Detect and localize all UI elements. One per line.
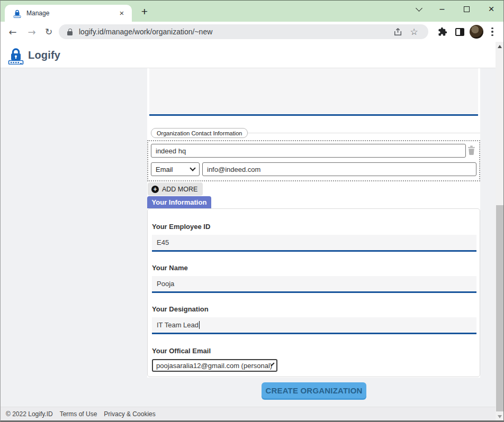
text-cursor: [199, 321, 200, 329]
employee-id-input[interactable]: E45: [152, 235, 476, 252]
add-more-button[interactable]: + ADD MORE: [148, 182, 203, 196]
official-email-label: Your Offical Email: [152, 347, 211, 355]
designation-value: IT Team Lead: [157, 321, 199, 329]
tab-strip: Manage × + – ×: [1, 1, 503, 22]
name-input[interactable]: Pooja: [152, 276, 476, 293]
delete-contact-trash-icon[interactable]: [467, 145, 475, 157]
contact-type-value: Email: [156, 166, 173, 173]
your-information-tab[interactable]: Your Information: [147, 196, 211, 208]
create-organization-button[interactable]: CREATE ORGANIZATION: [262, 382, 366, 398]
copyright-text: © 2022 Logify.ID: [6, 410, 53, 418]
window-minimize-button[interactable]: –: [435, 1, 449, 17]
tab-close-icon[interactable]: ×: [117, 8, 127, 18]
tab-title: Manage: [26, 10, 117, 17]
contact-detail-input[interactable]: info@indeed.com: [202, 162, 476, 176]
brand-name[interactable]: Logify: [28, 42, 60, 68]
forward-icon[interactable]: →: [25, 22, 39, 42]
contact-type-select[interactable]: Email: [151, 162, 200, 176]
browser-menu-icon[interactable]: [485, 22, 499, 42]
tab-search-chevron-icon[interactable]: [411, 1, 426, 17]
window-close-button[interactable]: ×: [483, 1, 499, 17]
scroll-down-arrow-icon[interactable]: [496, 412, 504, 421]
new-tab-button[interactable]: +: [137, 5, 152, 20]
chevron-down-icon: [190, 165, 195, 171]
page-scrollbar[interactable]: [496, 42, 504, 421]
https-lock-icon: [67, 29, 73, 35]
official-email-select[interactable]: poojasaralia12@gmail.com (personal): [152, 359, 277, 372]
favicon-lock-icon: [13, 9, 21, 18]
url-text[interactable]: logify.id/manage/work/organization/~new: [79, 27, 390, 36]
add-more-label: ADD MORE: [162, 186, 197, 193]
fieldset-border-line: [244, 133, 480, 133]
designation-label: Your Designation: [152, 305, 209, 313]
your-information-card: Your Employee ID E45 Your Name Pooja You…: [147, 208, 480, 377]
browser-toolbar: ← → ↻ logify.id/manage/work/organization…: [1, 22, 503, 42]
employee-id-label: Your Employee ID: [152, 223, 210, 231]
app-header: Logify Pooja Work: [1, 42, 503, 68]
scroll-up-arrow-icon[interactable]: [496, 42, 504, 51]
plus-circle-icon: +: [151, 186, 159, 193]
contact-section-legend: Organization Contact Information: [151, 128, 248, 138]
contact-name-input[interactable]: indeed hq: [151, 144, 466, 158]
browser-window: Manage × + – × ← → ↻ logify.id/manage/wo…: [0, 0, 504, 422]
share-icon[interactable]: [390, 24, 406, 39]
browser-profile-avatar[interactable]: [469, 22, 484, 42]
designation-input[interactable]: IT Team Lead: [152, 317, 476, 334]
site-footer: © 2022 Logify.ID Terms of Use Privacy & …: [1, 407, 496, 421]
side-panel-icon[interactable]: [452, 22, 467, 42]
organization-description-textarea[interactable]: [149, 68, 478, 116]
terms-link[interactable]: Terms of Use: [60, 410, 97, 418]
scrollbar-thumb[interactable]: [496, 205, 503, 411]
tab-manage[interactable]: Manage ×: [5, 5, 132, 22]
contact-entry-group: indeed hq Email info@indeed.com: [147, 140, 480, 181]
logify-logo-icon: [7, 47, 24, 65]
reload-icon[interactable]: ↻: [42, 22, 56, 42]
bookmark-star-icon[interactable]: ☆: [406, 24, 422, 39]
extensions-puzzle-icon[interactable]: [435, 22, 451, 42]
address-bar[interactable]: logify.id/manage/work/organization/~new …: [59, 24, 428, 39]
privacy-link[interactable]: Privacy & Cookies: [104, 410, 155, 418]
name-label: Your Name: [152, 264, 188, 272]
official-email-value: poojasaralia12@gmail.com (personal): [156, 362, 272, 370]
back-icon[interactable]: ←: [6, 22, 20, 42]
page-body: Organization Contact Information indeed …: [1, 68, 504, 407]
window-maximize-button[interactable]: [459, 1, 474, 17]
